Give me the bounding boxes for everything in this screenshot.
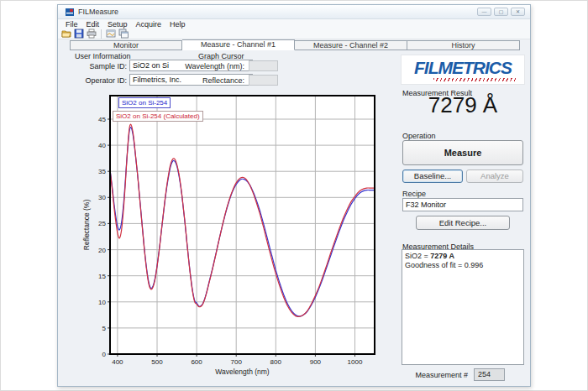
svg-text:10: 10 bbox=[98, 299, 106, 306]
svg-text:1000: 1000 bbox=[348, 358, 363, 366]
legend-measured: SiO2 on Si-254 bbox=[118, 97, 171, 108]
svg-text:35: 35 bbox=[98, 168, 106, 175]
measurement-number-value: 254 bbox=[474, 368, 505, 381]
menu-edit[interactable]: Edit bbox=[82, 20, 104, 29]
chart-area: 4005006007008009001000051015202530354045… bbox=[81, 93, 389, 376]
menu-help[interactable]: Help bbox=[165, 20, 190, 29]
analyze-button[interactable]: Analyze bbox=[466, 169, 523, 183]
sample-id-label: Sample ID: bbox=[75, 62, 127, 70]
svg-text:20: 20 bbox=[98, 247, 106, 254]
window-title: FILMeasure bbox=[78, 8, 118, 16]
svg-text:30: 30 bbox=[98, 194, 106, 201]
app-icon bbox=[66, 8, 74, 16]
open-folder-icon[interactable] bbox=[61, 29, 71, 39]
cursor-reflectance-label: Reflectance: bbox=[176, 76, 244, 85]
screenshot-page: FILMeasure — ▢ ✕ File Edit Setup Acquire… bbox=[0, 0, 588, 391]
cursor-reflectance-value bbox=[249, 75, 278, 86]
operator-id-label: Operator ID: bbox=[70, 76, 127, 85]
spectrum-chart[interactable]: 4005006007008009001000051015202530354045… bbox=[81, 93, 389, 376]
svg-text:800: 800 bbox=[270, 358, 282, 366]
menu-acquire[interactable]: Acquire bbox=[132, 20, 166, 29]
y-axis-title: Reflectance (%) bbox=[82, 200, 91, 251]
capture-window-icon[interactable] bbox=[118, 29, 129, 39]
svg-text:5: 5 bbox=[102, 325, 107, 332]
tab-monitor[interactable]: Monitor bbox=[70, 40, 182, 50]
toolbar bbox=[58, 29, 530, 39]
cursor-wavelength-value bbox=[249, 60, 278, 71]
operation-label: Operation bbox=[402, 132, 436, 140]
filmetrics-logo: FILMETRICS bbox=[401, 55, 525, 85]
svg-text:500: 500 bbox=[151, 358, 163, 366]
tab-measure-channel-1[interactable]: Measure - Channel #1 bbox=[182, 39, 295, 50]
measurement-result-value: 7279 Å bbox=[401, 92, 525, 118]
graph-cursor-label: Graph Cursor bbox=[198, 52, 244, 60]
filmetrics-logo-text: FILMETRICS bbox=[402, 59, 524, 77]
measurement-details-box[interactable]: SiO2 = 7279 A Goodness of fit = 0.996 bbox=[402, 249, 524, 365]
svg-text:600: 600 bbox=[191, 358, 202, 366]
menu-setup[interactable]: Setup bbox=[103, 20, 132, 29]
recipe-field[interactable]: F32 Monitor bbox=[402, 198, 523, 211]
title-bar: FILMeasure — ▢ ✕ bbox=[58, 5, 530, 19]
menu-bar: File Edit Setup Acquire Help bbox=[58, 19, 530, 29]
details-line-1: SiO2 = 7279 A bbox=[405, 252, 521, 261]
svg-text:0: 0 bbox=[102, 351, 107, 358]
svg-text:40: 40 bbox=[98, 142, 106, 149]
save-icon[interactable] bbox=[74, 29, 84, 39]
menu-file[interactable]: File bbox=[61, 20, 82, 29]
recipe-label: Recipe bbox=[402, 190, 426, 198]
details-thickness-value: 7279 A bbox=[430, 252, 454, 260]
tab-history[interactable]: History bbox=[407, 40, 520, 50]
svg-text:25: 25 bbox=[98, 220, 106, 227]
measurement-number-label: Measurement # bbox=[411, 371, 468, 379]
edit-recipe-button[interactable]: Edit Recipe... bbox=[416, 216, 510, 230]
legend-calculated: SiO2 on Si-254 (Calculated) bbox=[113, 111, 203, 122]
svg-text:700: 700 bbox=[231, 358, 243, 366]
measure-button[interactable]: Measure bbox=[402, 140, 523, 165]
cursor-wavelength-label: Wavelength (nm): bbox=[176, 62, 244, 70]
details-line-2: Goodness of fit = 0.996 bbox=[405, 261, 521, 270]
svg-text:45: 45 bbox=[98, 116, 106, 123]
svg-text:900: 900 bbox=[310, 358, 322, 366]
tab-strip: Monitor Measure - Channel #1 Measure - C… bbox=[58, 39, 530, 50]
svg-text:400: 400 bbox=[112, 358, 123, 366]
logo-hatch-marks bbox=[433, 78, 516, 81]
maximize-button[interactable]: ▢ bbox=[494, 8, 508, 16]
acquire-spectrum-icon[interactable] bbox=[106, 29, 116, 39]
x-axis-title: Wavelength (nm) bbox=[215, 368, 270, 376]
user-information-label: User Information bbox=[75, 52, 131, 60]
filmeasure-window: FILMeasure — ▢ ✕ File Edit Setup Acquire… bbox=[57, 4, 531, 387]
toolbar-separator bbox=[101, 29, 102, 39]
minimize-button[interactable]: — bbox=[477, 8, 491, 16]
baseline-button[interactable]: Baseline... bbox=[402, 169, 463, 183]
print-icon[interactable] bbox=[87, 29, 97, 39]
tab-measure-channel-2[interactable]: Measure - Channel #2 bbox=[295, 40, 407, 50]
svg-text:15: 15 bbox=[98, 273, 106, 280]
close-button[interactable]: ✕ bbox=[511, 8, 525, 16]
